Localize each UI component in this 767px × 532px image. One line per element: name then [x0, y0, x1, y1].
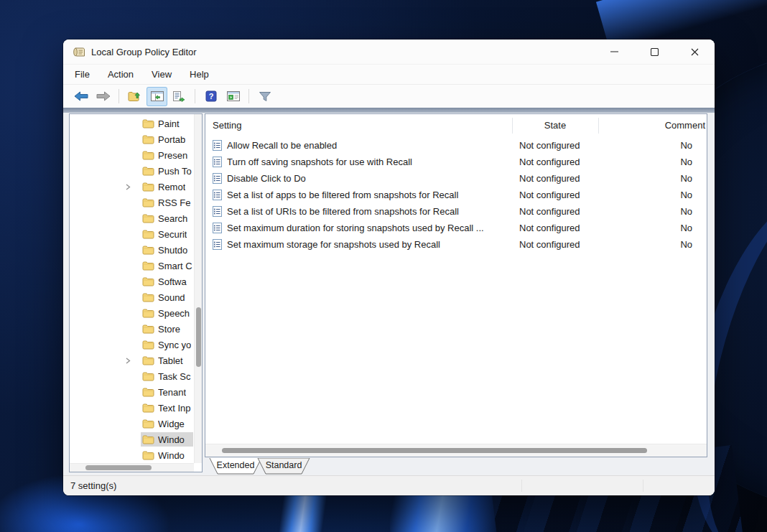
titlebar[interactable]: Local Group Policy Editor — [63, 39, 715, 64]
tree-item[interactable]: Sound — [70, 289, 193, 305]
tree-item[interactable]: Windo — [70, 431, 193, 447]
setting-row[interactable]: Set maximum storage for snapshots used b… — [205, 236, 707, 253]
setting-row[interactable]: Set a list of apps to be filtered from s… — [205, 187, 707, 203]
gpedit-window: Local Group Policy Editor File Action Vi… — [63, 39, 715, 495]
chevron-placeholder — [122, 244, 134, 256]
chevron-placeholder — [122, 118, 134, 129]
setting-comment: No — [598, 206, 707, 217]
tree-item-label: Softwa — [158, 276, 187, 287]
tree-item-label: Text Inp — [158, 403, 191, 414]
properties-window-icon — [227, 91, 240, 101]
setting-row[interactable]: Allow Recall to be enabledNot configured… — [205, 137, 707, 154]
tree-item[interactable]: Widge — [70, 416, 193, 431]
column-header-setting[interactable]: Setting — [213, 120, 241, 131]
settings-list-panel: Setting State Comment Allow Recall to be… — [205, 113, 707, 457]
folder-icon — [142, 403, 154, 413]
folder-icon — [142, 245, 154, 255]
folder-icon — [142, 419, 154, 429]
folder-icon — [142, 340, 154, 350]
column-header-state[interactable]: State — [512, 120, 598, 131]
tree-item-label: Smart C — [158, 261, 192, 271]
tab-extended-label: Extended — [209, 460, 262, 470]
setting-row[interactable]: Turn off saving snapshots for use with R… — [205, 154, 707, 170]
column-divider[interactable] — [598, 118, 599, 134]
tree-item[interactable]: Search — [70, 210, 193, 226]
tree-item-label: Tablet — [158, 355, 183, 366]
menu-view[interactable]: View — [149, 67, 174, 81]
menu-help[interactable]: Help — [187, 67, 211, 81]
chevron-placeholder — [122, 291, 134, 303]
tree-item[interactable]: Store — [70, 321, 193, 337]
folder-icon — [142, 276, 154, 286]
menu-action[interactable]: Action — [106, 67, 136, 81]
tree-item[interactable]: Speech — [70, 305, 193, 321]
maximize-button[interactable] — [634, 39, 674, 64]
tree-item-label: Push To — [158, 166, 192, 177]
tree-item-label: Tenant — [158, 387, 186, 398]
tree-horizontal-scrollbar[interactable] — [70, 463, 194, 472]
tree-hscroll-thumb[interactable] — [85, 465, 152, 470]
close-button[interactable] — [674, 39, 715, 64]
help-button[interactable]: ? — [201, 88, 220, 106]
up-one-level-button[interactable] — [125, 88, 144, 106]
show-properties-button[interactable] — [223, 88, 243, 106]
tab-extended[interactable]: Extended — [209, 458, 262, 475]
tree-item[interactable]: Paint — [70, 116, 193, 131]
chevron-placeholder — [122, 165, 134, 177]
chevron-placeholder — [122, 134, 134, 145]
tree-item-label: Portab — [158, 134, 185, 145]
tab-standard[interactable]: Standard — [257, 458, 310, 475]
tree-item[interactable]: Portab — [70, 131, 193, 147]
tree-item[interactable]: Text Inp — [70, 400, 193, 416]
export-list-button[interactable] — [169, 88, 189, 106]
show-console-tree-button[interactable] — [147, 88, 167, 106]
tree-item[interactable]: Windo — [70, 447, 193, 463]
policy-setting-icon — [213, 157, 222, 167]
tree-item[interactable]: Presen — [70, 147, 193, 163]
expand-chevron-icon[interactable] — [122, 181, 134, 192]
setting-row[interactable]: Set maximum duration for storing snapsho… — [205, 220, 707, 236]
chevron-placeholder — [122, 449, 134, 461]
folder-icon — [142, 166, 154, 176]
tree-item[interactable]: Tablet — [70, 353, 193, 368]
folder-icon — [142, 308, 154, 318]
expand-chevron-icon[interactable] — [122, 355, 134, 366]
chevron-placeholder — [122, 197, 134, 208]
tree-item-label: Search — [158, 213, 187, 224]
chevron-placeholder — [122, 323, 134, 335]
list-horizontal-scrollbar[interactable] — [205, 444, 707, 457]
filter-button[interactable] — [255, 88, 274, 106]
menu-file[interactable]: File — [73, 67, 92, 81]
tree-item[interactable]: Push To — [70, 163, 193, 179]
tree-item[interactable]: Task Sc — [70, 368, 193, 384]
column-divider[interactable] — [512, 118, 513, 134]
policy-setting-icon — [213, 239, 222, 250]
tab-standard-label: Standard — [257, 460, 310, 470]
setting-row[interactable]: Disable Click to DoNot configuredNo — [205, 170, 707, 187]
list-hscroll-thumb[interactable] — [222, 448, 647, 453]
column-header-comment[interactable]: Comment — [598, 120, 705, 131]
tree-item[interactable]: Sync yo — [70, 337, 193, 353]
tree-item-label: Presen — [158, 150, 187, 161]
tree-item[interactable]: Shutdo — [70, 242, 193, 258]
setting-name: Disable Click to Do — [227, 173, 519, 184]
tree-item[interactable]: Smart C — [70, 258, 193, 274]
toolbar-separator — [248, 89, 249, 103]
tree-item[interactable]: Securit — [70, 226, 193, 242]
minimize-button[interactable] — [594, 39, 634, 64]
tree-item[interactable]: Remot — [70, 179, 193, 195]
gpedit-scroll-icon — [73, 47, 85, 57]
forward-button[interactable] — [93, 88, 113, 106]
tree-item[interactable]: RSS Fe — [70, 195, 193, 210]
setting-state: Not configured — [519, 140, 598, 151]
chevron-placeholder — [122, 307, 134, 319]
tree-item[interactable]: Tenant — [70, 384, 193, 400]
tree-vertical-scrollbar[interactable] — [194, 114, 202, 463]
toolbar: ? — [63, 84, 715, 108]
back-button[interactable] — [71, 88, 90, 106]
tree-item-label: Paint — [158, 118, 180, 129]
setting-row[interactable]: Set a list of URIs to be filtered from s… — [205, 203, 707, 220]
tree-item-label: RSS Fe — [158, 197, 191, 208]
tree-item[interactable]: Softwa — [70, 274, 193, 289]
tree-vscroll-thumb[interactable] — [196, 307, 201, 367]
